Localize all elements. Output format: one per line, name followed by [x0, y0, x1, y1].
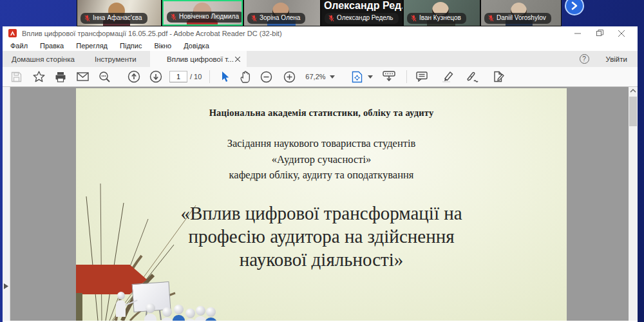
caret-down-icon[interactable] [368, 75, 373, 79]
envelope-icon [77, 72, 89, 81]
more-tools-button[interactable] [489, 69, 506, 84]
hand-tool-button[interactable] [237, 69, 254, 84]
tab-close-button[interactable] [235, 55, 240, 63]
screen: Інна Афанас'єва Новіченко Людмила Зоріна… [0, 0, 644, 322]
acrobat-app-icon [8, 29, 17, 37]
participant-tile[interactable]: Інна Афанас'єва [77, 0, 161, 26]
window-title: Вплив цифрової трансформації 16.05.25.pd… [22, 30, 282, 37]
edit-page-icon [491, 71, 504, 82]
zoom-level-dropdown[interactable]: 67,2% [305, 73, 334, 80]
arrow-down-circle-icon [149, 70, 162, 83]
select-tool-button[interactable] [216, 69, 233, 84]
page-number-input[interactable] [169, 71, 187, 82]
zoom-in-button[interactable] [281, 69, 298, 84]
slide-title-line: професію аудитора на здійснення [76, 225, 567, 248]
expand-pane-arrow-icon[interactable] [4, 283, 8, 289]
slide-title-line: наукової діяльності» [76, 248, 567, 271]
gallery-next-page-button[interactable] [565, 0, 584, 15]
save-icon [11, 71, 22, 82]
scroll-up-arrow-icon[interactable] [629, 88, 637, 93]
page-display-button[interactable] [381, 69, 397, 84]
participant-name-badge: Олександр Редель [325, 13, 399, 24]
help-icon[interactable]: ? [580, 54, 589, 64]
search-icon [99, 71, 111, 83]
restore-icon [596, 30, 603, 37]
clipart-audience-figure [174, 305, 185, 321]
previous-page-button[interactable] [126, 69, 142, 84]
menu-sign[interactable]: Підпис [120, 42, 142, 50]
vertical-scrollbar[interactable] [629, 87, 638, 321]
favorites-button[interactable] [30, 69, 47, 84]
hand-icon [240, 71, 251, 83]
print-icon [55, 71, 66, 82]
menu-help[interactable]: Довідка [184, 42, 209, 50]
next-page-button[interactable] [147, 69, 164, 84]
muted-mic-icon [488, 15, 494, 22]
tab-tools[interactable]: Інструменти [95, 51, 137, 67]
clipart-audience-figure [206, 307, 217, 321]
window-titlebar[interactable]: Вплив цифрової трансформації 16.05.25.pd… [3, 26, 638, 40]
slide-subtitle-line: кафедри обліку, аудиту та оподаткування [76, 167, 567, 184]
cursor-arrow-icon [220, 71, 230, 82]
highlight-button[interactable] [439, 69, 456, 84]
clipart-presenter-figure [117, 292, 126, 317]
muted-mic-icon [411, 15, 417, 22]
participant-name: Daniil Voroshylov [497, 14, 546, 22]
tab-document-label: Вплив цифрової т... [167, 55, 234, 63]
participant-name-badge: Іван Кузнецов [407, 13, 466, 24]
participant-tile-no-video[interactable]: Олександр Ред... Олександр Редель [321, 0, 402, 26]
tab-bar: Домашня сторінка Інструменти Вплив цифро… [3, 51, 638, 67]
menu-view[interactable]: Перегляд [76, 42, 108, 50]
slide-subtitle: Засідання наукового товариства студентів… [76, 136, 567, 184]
window-controls [567, 26, 632, 40]
participant-tile[interactable]: Зоріна Олена [244, 0, 320, 26]
toolbar: / 10 67,2% [3, 67, 638, 87]
participant-name-badge: Daniil Voroshylov [484, 13, 551, 24]
menu-file[interactable]: Файл [10, 42, 28, 50]
participant-name: Іван Кузнецов [419, 14, 461, 22]
participant-name: Олександр Редель [337, 14, 393, 22]
restore-button[interactable] [589, 26, 611, 40]
pdf-page[interactable]: Національна академія статистики, обліку … [76, 88, 567, 321]
participant-name: Зоріна Олена [260, 14, 300, 22]
minimize-button[interactable] [567, 26, 589, 40]
participant-tile[interactable]: Daniil Voroshylov [481, 0, 561, 26]
comment-bubble-icon [416, 71, 428, 82]
comment-button[interactable] [413, 69, 430, 84]
participant-tile[interactable]: Іван Кузнецов [404, 0, 480, 26]
scrolling-view-icon [383, 71, 395, 82]
participant-name-badge: Інна Афанас'єва [80, 13, 147, 24]
slide-clipart-presentation [115, 280, 295, 321]
close-icon [618, 30, 625, 37]
email-button[interactable] [74, 69, 91, 84]
participant-name-badge: Новіченко Людмила [167, 12, 243, 23]
save-button[interactable] [8, 69, 24, 84]
caret-down-icon [330, 75, 335, 79]
plus-circle-icon [283, 71, 296, 83]
chevron-right-icon [571, 1, 578, 10]
participant-tile-active-speaker[interactable]: Новіченко Людмила [162, 0, 243, 26]
scrollbar-thumb[interactable] [629, 97, 637, 126]
page-count-label: / 10 [190, 73, 202, 80]
tab-document-active[interactable]: Вплив цифрової т... [150, 51, 247, 67]
menu-edit[interactable]: Правка [40, 42, 64, 50]
tab-home[interactable]: Домашня сторінка [12, 51, 75, 67]
fill-sign-button[interactable] [465, 69, 482, 84]
close-button[interactable] [611, 26, 632, 40]
print-button[interactable] [52, 69, 69, 84]
participant-name: Інна Афанас'єва [93, 14, 142, 22]
muted-mic-icon [171, 14, 176, 21]
tabbar-right-actions: ? Увійти [580, 51, 627, 67]
zoom-out-button[interactable] [258, 69, 274, 84]
fit-page-button[interactable] [349, 69, 366, 84]
search-button[interactable] [96, 69, 113, 84]
slide-subtitle-line: Засідання наукового товариства студентів [76, 136, 567, 152]
tab-home-label: Домашня сторінка [12, 55, 75, 63]
clipart-audience-figure [162, 307, 173, 321]
navigation-pane-collapsed[interactable] [3, 87, 10, 321]
fit-page-icon [352, 71, 363, 83]
sign-in-button[interactable]: Увійти [606, 55, 627, 63]
minus-circle-icon [260, 71, 272, 83]
menu-window[interactable]: Вікно [154, 42, 171, 50]
help-glyph: ? [582, 55, 586, 62]
